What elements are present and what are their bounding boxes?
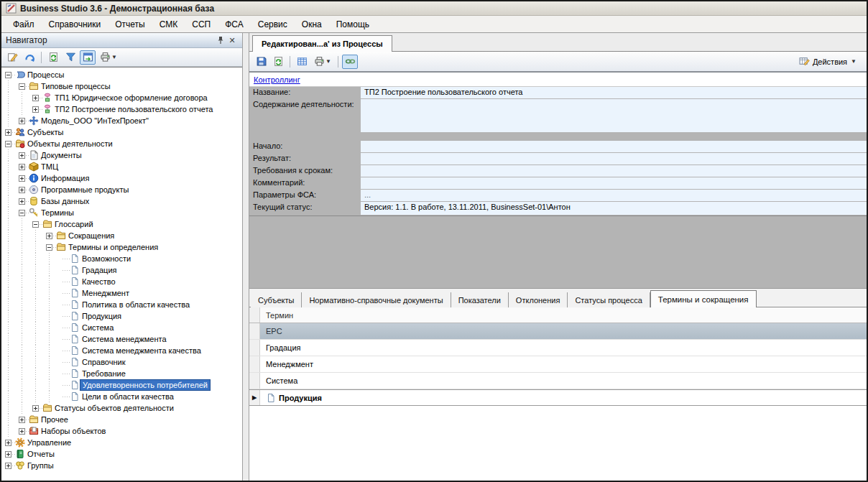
tree-item-label[interactable]: Продукция — [80, 311, 124, 321]
term-cell[interactable]: Градация — [260, 340, 867, 356]
tree-item-label[interactable]: Документы — [39, 150, 84, 160]
tree-item[interactable]: ТП1 Юридическое оформление договора — [1, 92, 242, 103]
expander-plus-icon[interactable] — [15, 195, 29, 207]
tree-item[interactable]: Информация — [1, 172, 242, 184]
tree-item[interactable]: Система менеджмента качества — [1, 345, 242, 356]
tab-Термины и сокращения[interactable]: Термины и сокращения — [650, 290, 757, 307]
tree-item[interactable]: ТМЦ — [1, 161, 242, 172]
tree-item[interactable]: Качество — [1, 276, 242, 287]
tree-item-label[interactable]: Система менеджмента — [80, 334, 169, 344]
form-field-value[interactable] — [361, 153, 867, 164]
term-cell[interactable]: Система — [260, 373, 867, 389]
tree-item[interactable]: Отчеты — [1, 448, 242, 460]
tree-item-label[interactable]: Базы данных — [39, 196, 91, 206]
tree-item[interactable]: Цели в области качества — [1, 391, 242, 402]
tree-item[interactable]: Процессы — [1, 69, 242, 80]
form-field-value[interactable] — [361, 177, 867, 189]
expander-plus-icon[interactable] — [1, 460, 15, 471]
tree-item-label[interactable]: Справочник — [80, 357, 128, 367]
expander-plus-icon[interactable] — [15, 414, 29, 425]
menu-item-Помощь[interactable]: Помощь — [329, 16, 377, 32]
expander-plus-icon[interactable] — [42, 230, 56, 241]
tree-item[interactable]: Градация — [1, 264, 242, 276]
refresh-button[interactable] — [270, 55, 286, 69]
tree-item-label[interactable]: Менеджмент — [80, 288, 131, 298]
table-header-term[interactable]: Термин — [260, 307, 867, 323]
tab-Нормативно-справочные документы[interactable]: Нормативно-справочные документы — [302, 292, 451, 307]
refresh-button[interactable] — [45, 50, 61, 65]
tree-item-label[interactable]: Удовлетворенность потребителей — [80, 379, 211, 391]
edit-button[interactable] — [4, 50, 20, 65]
expander-minus-icon[interactable] — [15, 207, 29, 218]
expander-plus-icon[interactable] — [15, 172, 29, 184]
menu-item-ССП[interactable]: ССП — [185, 16, 218, 32]
tree-item-label[interactable]: Отчеты — [25, 449, 57, 459]
tree-item[interactable]: Сокращения — [1, 230, 242, 241]
tree-item[interactable]: Наборы объектов — [1, 425, 242, 437]
tree-item-label[interactable]: Градация — [80, 265, 119, 275]
tree-item[interactable]: Управление — [1, 437, 242, 448]
tree-item[interactable]: Политика в области качества — [1, 299, 242, 310]
tree-item-label[interactable]: Термины — [39, 208, 76, 218]
tree-item-label[interactable]: Возможности — [80, 254, 133, 264]
form-field-value[interactable] — [361, 165, 867, 177]
table-row[interactable]: Градация — [249, 340, 867, 356]
pin-icon[interactable] — [215, 34, 226, 46]
tree-item[interactable]: Продукция — [1, 310, 242, 322]
menu-item-ФСА[interactable]: ФСА — [218, 16, 251, 32]
tree-item[interactable]: Справочник — [1, 356, 242, 368]
close-icon[interactable]: ✕ — [226, 34, 238, 46]
menu-item-Окна[interactable]: Окна — [295, 16, 329, 32]
expander-plus-icon[interactable] — [15, 184, 29, 195]
form-field-value[interactable]: ... — [361, 190, 867, 201]
expander-plus-icon[interactable] — [29, 402, 42, 414]
tree-item-label[interactable]: Модель_ООО "ИнТехПроект" — [39, 116, 151, 126]
tree-item-label[interactable]: Цели в области качества — [80, 391, 176, 402]
redo-button[interactable] — [22, 50, 37, 65]
tree-item-label[interactable]: Группы — [25, 460, 56, 471]
tree-item[interactable]: Субъекты — [1, 126, 242, 138]
table-row[interactable]: Менеджмент — [249, 356, 867, 373]
window-button[interactable] — [80, 50, 96, 65]
form-field-value[interactable]: Версия: 1.1. В работе, 13.11.2011, Busin… — [361, 202, 867, 215]
expander-plus-icon[interactable] — [29, 92, 42, 103]
document-tab[interactable]: Редактирован...а' из Процессы — [252, 35, 392, 52]
tree-item-label[interactable]: Программные продукты — [39, 185, 131, 195]
expander-plus-icon[interactable] — [29, 103, 42, 115]
tree-item[interactable]: Термины и определения — [1, 241, 242, 253]
term-cell[interactable]: Продукция — [260, 390, 867, 405]
term-cell[interactable]: EPC — [260, 323, 867, 339]
tree-item[interactable]: Статусы объектов деятельности — [1, 402, 242, 414]
form-field-value[interactable]: ТП2 Построение пользовательского отчета — [361, 87, 867, 98]
term-cell[interactable]: Менеджмент — [260, 356, 867, 372]
expander-plus-icon[interactable] — [15, 161, 29, 172]
expander-minus-icon[interactable] — [1, 138, 15, 149]
table-row[interactable]: EPC — [249, 323, 867, 340]
tree-item[interactable]: Термины — [1, 207, 242, 218]
tree-item-label[interactable]: Требование — [80, 369, 128, 379]
tree-item-label[interactable]: Качество — [80, 277, 118, 287]
menu-item-Файл[interactable]: Файл — [6, 16, 42, 32]
tree-item-label[interactable]: Субъекты — [25, 127, 65, 137]
tree-item[interactable]: Объекты деятельности — [1, 138, 242, 149]
tree-item-label[interactable]: ТМЦ — [39, 162, 60, 172]
tree-item-label[interactable]: ТП2 Построение пользовательского отчета — [52, 104, 215, 114]
expander-minus-icon[interactable] — [15, 80, 29, 92]
form-field-value[interactable] — [361, 99, 867, 132]
expander-plus-icon[interactable] — [1, 126, 15, 138]
tree-item[interactable]: Базы данных — [1, 195, 242, 207]
menu-item-Справочники[interactable]: Справочники — [42, 16, 108, 32]
tree-item[interactable]: Требование — [1, 368, 242, 379]
expander-minus-icon[interactable] — [42, 241, 56, 253]
tree-item-label[interactable]: ТП1 Юридическое оформление договора — [52, 93, 210, 103]
link-button[interactable] — [342, 55, 358, 69]
tree-item[interactable]: Возможности — [1, 253, 242, 264]
tree-item-label[interactable]: Сокращения — [66, 231, 116, 241]
tree-item[interactable]: Документы — [1, 149, 242, 161]
tree-item-label[interactable]: Прочее — [39, 414, 70, 425]
print-button[interactable]: ▼ — [97, 50, 120, 65]
table-row[interactable]: ▶Продукция — [249, 389, 867, 406]
tree-item[interactable]: Прочее — [1, 414, 242, 425]
tree-item[interactable]: Группы — [1, 460, 242, 471]
save-button[interactable] — [253, 55, 269, 69]
